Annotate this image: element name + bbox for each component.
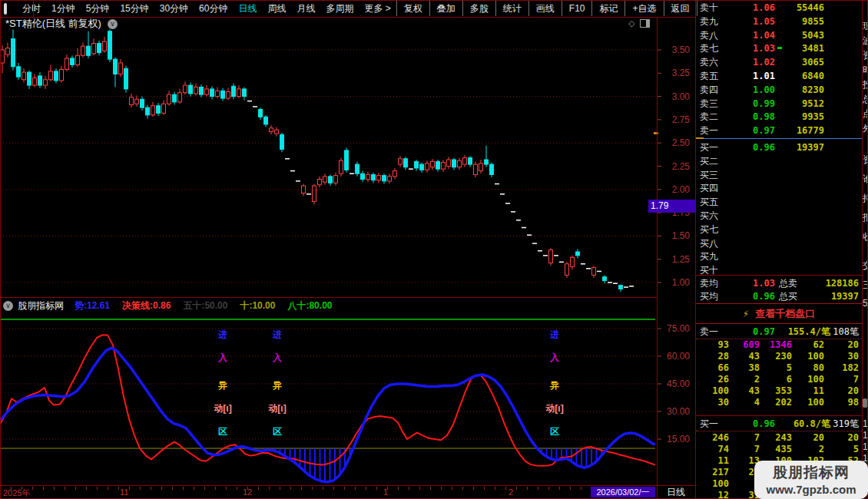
candlestick-chart[interactable]: 3.503.253.002.752.502.252.001.751.501.25… <box>0 28 695 297</box>
tab-period-30分钟[interactable]: 30分钟 <box>160 2 188 15</box>
candle-up <box>151 106 155 115</box>
collapse-indicator-icon[interactable]: ∨ <box>3 301 13 311</box>
candle-down <box>345 150 349 170</box>
sell-level-卖一[interactable]: 卖一0.9716779 <box>696 124 862 137</box>
candle-up <box>479 164 483 171</box>
candle-up <box>318 179 322 184</box>
sell-level-卖十[interactable]: 卖十1.0655446 <box>696 2 862 15</box>
action-button-统计[interactable]: 统计 <box>495 1 528 16</box>
period-label-box[interactable]: 日线 <box>658 486 694 498</box>
detail-divider <box>695 415 862 416</box>
action-button-标记[interactable]: 标记 <box>591 1 624 16</box>
tab-period-多周期[interactable]: 多周期 <box>326 2 353 15</box>
indicator-field-决策线: 决策线:0.86 <box>122 299 171 312</box>
chevron-down-icon[interactable]: ∨ <box>108 19 118 29</box>
total-label: 总卖 <box>779 277 797 290</box>
detail-cell: 62 <box>796 339 824 351</box>
detail-cell: 28 <box>702 351 729 362</box>
signal-char: 入 <box>543 352 566 365</box>
detail-price: 0.96 <box>731 418 775 431</box>
level-price: 0.97 <box>731 124 775 137</box>
layout-icon[interactable] <box>4 3 7 15</box>
trading-terminal-window: 分时1分钟5分钟15分钟30分钟60分钟日线周线月线多周期更多 > 复权叠加多股… <box>0 0 868 499</box>
price-axis-label: 1.00 <box>672 277 691 288</box>
detail-cell: 20 <box>796 432 824 444</box>
action-button-+自选[interactable]: +自选 <box>624 1 663 16</box>
detail-cell: 20 <box>828 385 859 397</box>
buy-level-买三[interactable]: 买三 <box>696 169 862 182</box>
sell-level-卖八[interactable]: 卖八1.045043 <box>696 29 862 42</box>
tab-period-更多 >[interactable]: 更多 > <box>364 2 390 15</box>
signal-char: 异 <box>211 379 234 392</box>
x-axis: 2025年 111212 2026/03/02/一 日线 <box>0 485 695 499</box>
action-button-叠加[interactable]: 叠加 <box>429 1 462 16</box>
level-label: 买一 <box>700 141 718 154</box>
lightning-icon: ⚡ <box>743 309 749 319</box>
action-button-画线[interactable]: 画线 <box>528 1 562 16</box>
action-button-返回[interactable]: 返回 <box>664 1 697 16</box>
price-axis-label: 1.50 <box>672 230 691 241</box>
sell-level-卖五[interactable]: 卖五1.016840 <box>696 70 862 83</box>
candle-down <box>17 67 21 77</box>
level-label: 买五 <box>700 196 718 209</box>
sell-level-卖四[interactable]: 卖四1.008230 <box>696 84 862 97</box>
action-button-F10[interactable]: F10 <box>562 1 592 16</box>
total-label: 总买 <box>779 290 797 303</box>
signal-char: 异 <box>543 379 566 392</box>
candle-up <box>119 63 123 74</box>
sell-level-卖六[interactable]: 卖六1.023065 <box>696 56 862 69</box>
tab-period-60分钟[interactable]: 60分钟 <box>199 2 227 15</box>
detail-cell: 98 <box>828 397 859 408</box>
buy-level-买八[interactable]: 买八 <box>696 237 862 250</box>
signal-char: 入 <box>266 352 289 365</box>
buy-level-买九[interactable]: 买九 <box>696 250 862 263</box>
buy-level-买六[interactable]: 买六 <box>696 210 862 223</box>
detail-cell: 5 <box>764 362 792 374</box>
level-price: 0.96 <box>731 141 775 154</box>
detail-count: 108笔 <box>819 326 859 339</box>
level-price: 1.01 <box>731 70 775 83</box>
price-axis-label: 3.00 <box>672 91 691 102</box>
candle-up <box>571 257 575 266</box>
split-pane-icon[interactable] <box>640 19 650 28</box>
tab-period-分时[interactable]: 分时 <box>22 2 41 15</box>
candle-up <box>167 94 171 104</box>
buy-level-买二[interactable]: 买二 <box>696 155 862 168</box>
sell-level-卖九[interactable]: 卖九1.059855 <box>696 15 862 28</box>
open-price-tick <box>654 132 658 134</box>
candle-up <box>92 44 96 54</box>
candle-down <box>259 110 263 117</box>
action-button-多股[interactable]: 多股 <box>462 1 495 16</box>
buy-level-买五[interactable]: 买五 <box>696 196 862 209</box>
tab-period-1分钟[interactable]: 1分钟 <box>51 2 75 15</box>
buy-level-买七[interactable]: 买七 <box>696 223 862 236</box>
tab-period-15分钟[interactable]: 15分钟 <box>120 2 148 15</box>
candle-up <box>81 46 85 55</box>
candle-up <box>1 50 5 63</box>
candle-down <box>200 87 204 94</box>
candle-up <box>103 41 107 51</box>
kandang-link[interactable]: ⚡ 查看千档盘口 <box>695 303 863 324</box>
tab-period-月线[interactable]: 月线 <box>297 2 315 15</box>
toolbar-actions: 复权叠加多股统计画线F10标记+自选返回 <box>396 0 697 17</box>
sell-level-卖三[interactable]: 卖三0.999512 <box>696 97 862 111</box>
x-axis-month-label: 12 <box>243 487 252 497</box>
detail-cell: 230 <box>764 351 792 362</box>
kandang-label: 查看千档盘口 <box>755 307 815 321</box>
tab-period-日线[interactable]: 日线 <box>238 2 257 15</box>
buy-level-买一[interactable]: 买一0.9619397 <box>696 141 862 154</box>
sell-detail-row: 30420210098 <box>696 397 862 408</box>
sell-level-卖二[interactable]: 卖二0.989935 <box>696 111 862 124</box>
x-axis-month-label: 11 <box>120 487 128 497</box>
period-tabs: 分时1分钟5分钟15分钟30分钟60分钟日线周线月线多周期更多 > <box>17 2 396 15</box>
candle-down <box>356 164 359 173</box>
candle-up <box>76 55 80 64</box>
tab-period-周线[interactable]: 周线 <box>267 2 286 15</box>
action-button-复权[interactable]: 复权 <box>396 1 429 16</box>
diamond-icon[interactable]: ◇ <box>628 18 634 28</box>
level-price: 1.06 <box>731 2 775 15</box>
tab-period-5分钟[interactable]: 5分钟 <box>86 2 110 15</box>
detail-cell: 2 <box>796 444 824 455</box>
buy-level-买四[interactable]: 买四 <box>696 182 862 195</box>
indicator-chart[interactable]: 75.0060.0045.0030.0015.00 <box>0 313 695 485</box>
